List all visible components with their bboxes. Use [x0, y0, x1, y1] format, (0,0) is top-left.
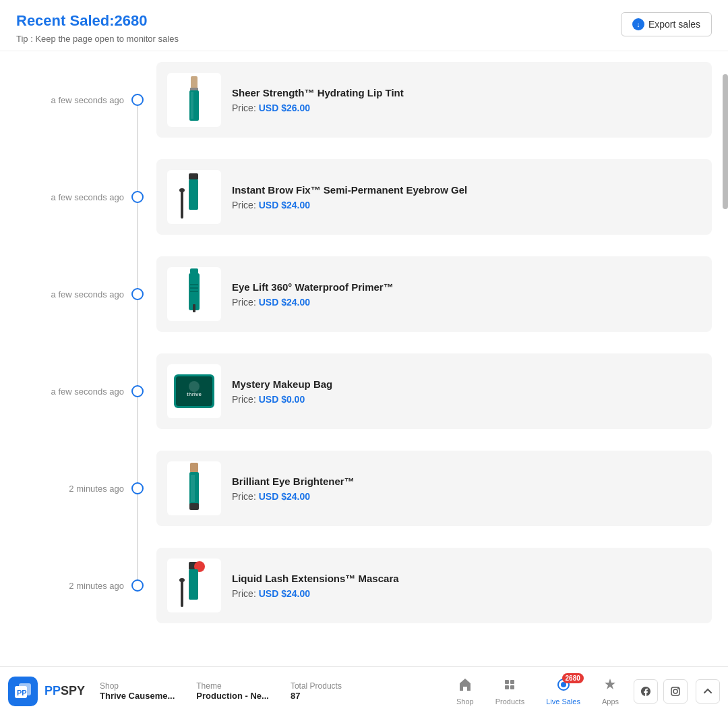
timeline-line — [137, 397, 138, 485]
timeline-connector — [124, 191, 151, 203]
svg-rect-21 — [191, 475, 195, 502]
nav-item-label: Apps — [602, 697, 619, 706]
nav-item-label: Products — [495, 697, 524, 706]
theme-section: Theme Production - Ne... — [196, 681, 269, 701]
product-name: Brilliant Eye Brightener™ — [232, 476, 355, 487]
header-left: Recent Saled:2680 Tip : Keep the page op… — [16, 12, 179, 44]
nav-badge: 2680 — [562, 673, 584, 683]
total-products-label: Total Products — [291, 681, 342, 691]
svg-rect-25 — [181, 580, 183, 607]
product-name: Eye Lift 360° Waterproof Primer™ — [232, 281, 394, 293]
instagram-icon[interactable] — [663, 679, 688, 704]
total-products-section: Total Products 87 — [291, 681, 342, 701]
facebook-icon[interactable] — [634, 679, 658, 704]
svg-rect-12 — [190, 287, 198, 289]
svg-rect-24 — [189, 569, 198, 600]
brand-name: PPSPY — [44, 684, 85, 698]
product-card[interactable]: Eye Lift 360° Waterproof Primer™Price: U… — [156, 256, 712, 332]
product-card[interactable]: Instant Brow Fix™ Semi-Permanent Eyebrow… — [156, 159, 712, 235]
svg-rect-13 — [190, 291, 198, 292]
chevron-up-button[interactable] — [696, 679, 720, 704]
svg-rect-11 — [190, 284, 198, 285]
time-label: a few seconds ago — [16, 387, 124, 397]
timeline-line — [137, 494, 138, 582]
product-price: Price: USD $0.00 — [232, 394, 332, 405]
timeline-dot — [131, 385, 144, 397]
list-item: 2 minutes ago Liquid Lash Extensions™ Ma… — [16, 537, 712, 623]
product-name: Sheer Strength™ Hydrating Lip Tint — [232, 87, 404, 98]
main-content: a few seconds ago Sheer Strength™ Hydrat… — [0, 51, 728, 650]
nav-item-products[interactable]: Products — [486, 673, 534, 710]
timeline: a few seconds ago Sheer Strength™ Hydrat… — [16, 51, 712, 623]
timeline-dot — [131, 288, 144, 300]
timeline-line — [137, 106, 138, 194]
list-item: a few seconds ago thrive Mystery Makeup … — [16, 343, 712, 429]
svg-rect-6 — [181, 190, 183, 219]
product-name: Instant Brow Fix™ Semi-Permanent Eyebrow… — [232, 184, 467, 196]
product-info: Eye Lift 360° Waterproof Primer™Price: U… — [232, 281, 394, 308]
timeline-connector — [124, 385, 151, 397]
product-card[interactable]: thrive Mystery Makeup BagPrice: USD $0.0… — [156, 353, 712, 429]
export-button[interactable]: ↓ Export sales — [621, 12, 712, 36]
list-item: a few seconds ago Sheer Strength™ Hydrat… — [16, 51, 712, 138]
product-image — [167, 73, 221, 127]
product-price: Price: USD $24.00 — [232, 588, 399, 599]
products-icon — [502, 677, 517, 696]
brand-logo: PP — [8, 677, 38, 706]
time-label: a few seconds ago — [16, 192, 124, 202]
product-price: Price: USD $24.00 — [232, 200, 467, 210]
nav-item-apps[interactable]: Apps — [593, 673, 628, 710]
timeline-dot — [131, 579, 144, 592]
product-price: Price: USD $24.00 — [232, 297, 394, 308]
store-info: Shop Thrive Causeme... Theme Production … — [100, 681, 447, 701]
nav-item-live-sales[interactable]: 2680Live Sales — [537, 673, 590, 710]
shop-value: Thrive Causeme... — [100, 691, 175, 701]
svg-rect-8 — [190, 268, 198, 274]
product-image — [167, 461, 221, 515]
tip-text: Tip : Keep the page open to monitor sale… — [16, 34, 179, 44]
theme-value: Production - Ne... — [196, 691, 269, 701]
svg-rect-10 — [193, 304, 195, 312]
theme-label: Theme — [196, 681, 269, 691]
product-info: Liquid Lash Extensions™ MascaraPrice: US… — [232, 573, 399, 599]
product-card[interactable]: Brilliant Eye Brightener™Price: USD $24.… — [156, 451, 712, 526]
product-name: Liquid Lash Extensions™ Mascara — [232, 573, 399, 584]
export-icon: ↓ — [632, 18, 644, 30]
product-info: Mystery Makeup BagPrice: USD $0.00 — [232, 378, 332, 405]
shop-icon — [458, 677, 473, 696]
svg-rect-5 — [189, 179, 198, 210]
brand-section: PP PPSPY — [8, 677, 89, 706]
svg-rect-18 — [190, 463, 198, 473]
export-label: Export sales — [648, 19, 700, 30]
product-image — [167, 559, 221, 612]
svg-rect-30 — [505, 680, 509, 684]
svg-rect-3 — [191, 92, 193, 119]
timeline-connector — [124, 482, 151, 494]
timeline-dot — [131, 94, 144, 106]
product-price: Price: USD $24.00 — [232, 491, 355, 502]
timeline-dot — [131, 482, 144, 494]
shop-section: Shop Thrive Causeme... — [100, 681, 175, 701]
timeline-line — [137, 300, 138, 388]
product-card[interactable]: Liquid Lash Extensions™ MascaraPrice: US… — [156, 548, 712, 623]
product-price: Price: USD $26.00 — [232, 103, 404, 113]
nav-item-label: Shop — [456, 697, 474, 706]
total-products-value: 87 — [291, 691, 342, 701]
svg-point-38 — [677, 688, 679, 689]
time-label: a few seconds ago — [16, 289, 124, 299]
svg-rect-32 — [505, 685, 509, 689]
list-item: a few seconds ago Instant Brow Fix™ Semi… — [16, 148, 712, 235]
nav-item-shop[interactable]: Shop — [447, 673, 483, 710]
svg-point-7 — [179, 188, 185, 192]
product-card[interactable]: Sheer Strength™ Hydrating Lip TintPrice:… — [156, 62, 712, 138]
nav-item-label: Live Sales — [546, 697, 580, 706]
recent-sales-title: Recent Saled:2680 — [16, 12, 179, 30]
svg-point-37 — [673, 689, 677, 693]
timeline-connector — [124, 288, 151, 300]
svg-rect-0 — [191, 76, 198, 88]
scrollbar[interactable] — [723, 74, 728, 209]
time-label: a few seconds ago — [16, 95, 124, 105]
page-header: Recent Saled:2680 Tip : Keep the page op… — [0, 0, 728, 51]
svg-text:thrive: thrive — [187, 391, 202, 397]
svg-rect-31 — [510, 680, 514, 684]
